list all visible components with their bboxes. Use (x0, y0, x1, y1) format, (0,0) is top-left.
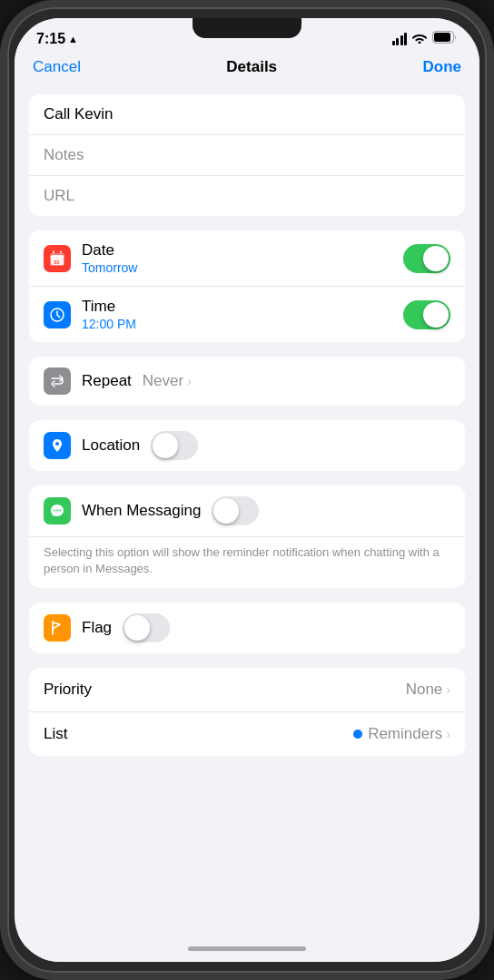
messaging-label: When Messaging (82, 502, 201, 520)
home-indicator (15, 935, 479, 962)
url-input[interactable] (44, 187, 450, 205)
signal-bars-icon (392, 33, 408, 45)
nav-title: Details (226, 58, 277, 76)
time-text: Time 12:00 PM (82, 298, 392, 331)
time-display: 7:15 (36, 31, 65, 47)
svg-point-7 (54, 510, 55, 512)
location-arrow-icon: ▲ (68, 34, 78, 44)
messaging-description: Selecting this option will show the remi… (29, 537, 465, 588)
done-button[interactable]: Done (422, 58, 461, 76)
wifi-icon (412, 32, 427, 46)
nav-bar: Cancel Details Done (15, 51, 479, 85)
list-chevron-icon: › (446, 727, 450, 741)
svg-point-8 (56, 510, 58, 512)
text-inputs-card (29, 94, 465, 216)
time-toggle-knob (423, 302, 449, 328)
priority-list-card: Priority None › List Reminders › (29, 668, 465, 756)
notch (193, 18, 301, 38)
priority-value: None (406, 681, 443, 699)
title-input[interactable] (44, 105, 450, 123)
date-toggle[interactable] (403, 244, 450, 273)
location-row[interactable]: Location (29, 420, 465, 471)
flag-row[interactable]: Flag (29, 603, 465, 653)
date-time-card: 31 Date Tomorrow (29, 230, 465, 342)
repeat-icon (44, 368, 71, 395)
list-label: List (44, 725, 353, 743)
phone-frame: 7:15 ▲ (0, 0, 494, 980)
time-label: Time (82, 298, 392, 316)
home-bar (188, 946, 306, 951)
flag-icon (44, 614, 71, 642)
date-sublabel: Tomorrow (82, 260, 392, 275)
priority-label: Priority (44, 681, 406, 699)
power-button[interactable] (489, 171, 494, 234)
priority-chevron-icon: › (446, 682, 450, 697)
url-input-row[interactable] (29, 176, 465, 216)
list-dot-icon (353, 730, 362, 739)
svg-text:31: 31 (54, 260, 60, 265)
repeat-right: Never › (143, 372, 192, 390)
volume-up-button[interactable] (0, 152, 5, 198)
messaging-icon (44, 497, 71, 524)
notes-input[interactable] (44, 146, 450, 164)
flag-toggle-knob (124, 615, 150, 641)
volume-down-button[interactable] (0, 211, 5, 257)
repeat-value: Never (143, 372, 183, 390)
date-icon: 31 (44, 245, 71, 272)
repeat-row[interactable]: Repeat Never › (29, 357, 465, 406)
svg-point-6 (55, 442, 59, 446)
location-toggle-knob (153, 433, 178, 458)
mute-button[interactable] (0, 98, 5, 130)
location-toggle[interactable] (151, 431, 198, 460)
svg-rect-1 (434, 33, 450, 42)
repeat-label: Repeat (82, 372, 132, 390)
status-icons (392, 31, 459, 47)
status-time: 7:15 ▲ (36, 31, 78, 47)
messaging-row[interactable]: When Messaging (29, 485, 465, 537)
location-label: Location (82, 436, 140, 455)
messaging-toggle[interactable] (212, 496, 259, 525)
time-toggle[interactable] (403, 300, 450, 329)
location-card: Location (29, 420, 465, 471)
flag-card: Flag (29, 603, 465, 653)
cancel-button[interactable]: Cancel (33, 58, 81, 76)
location-icon (44, 432, 71, 459)
date-text: Date Tomorrow (82, 241, 392, 275)
battery-icon (432, 31, 458, 47)
flag-toggle[interactable] (123, 613, 170, 642)
date-label: Date (82, 241, 392, 260)
priority-row[interactable]: Priority None › (29, 668, 465, 712)
time-sublabel: 12:00 PM (82, 317, 392, 331)
list-value: Reminders (368, 725, 442, 743)
repeat-card: Repeat Never › (29, 357, 465, 406)
date-toggle-knob (423, 246, 449, 271)
svg-point-9 (59, 510, 61, 512)
messaging-toggle-knob (213, 498, 239, 524)
phone-screen: 7:15 ▲ (15, 18, 479, 962)
title-input-row[interactable] (29, 94, 465, 135)
date-row[interactable]: 31 Date Tomorrow (29, 230, 465, 287)
scroll-content: 31 Date Tomorrow (15, 85, 479, 935)
time-row[interactable]: Time 12:00 PM (29, 287, 465, 342)
time-icon (44, 301, 71, 328)
repeat-chevron-icon: › (187, 374, 192, 388)
messaging-card: When Messaging Selecting this option wil… (29, 485, 465, 588)
list-row[interactable]: List Reminders › (29, 712, 465, 756)
flag-label: Flag (82, 619, 112, 637)
notes-input-row[interactable] (29, 135, 465, 176)
